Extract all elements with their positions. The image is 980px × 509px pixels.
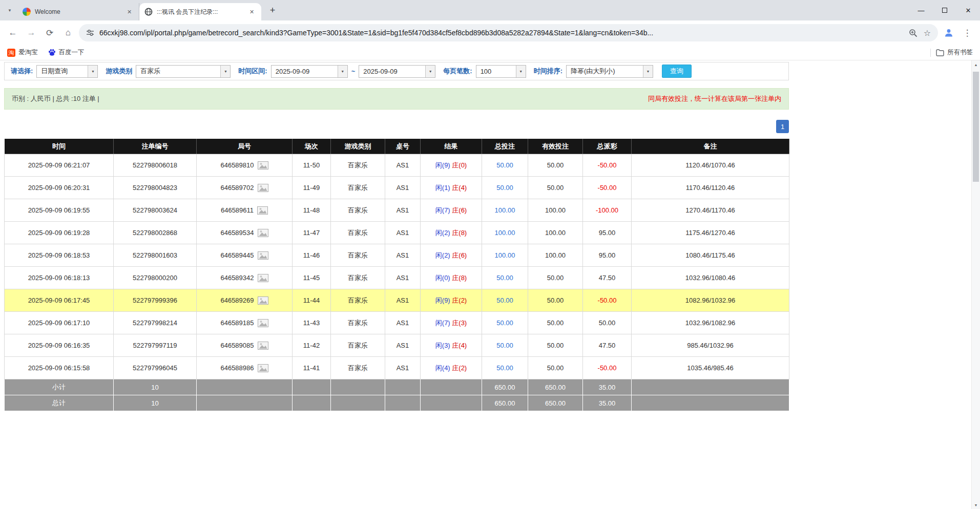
round-result-image-icon[interactable] bbox=[258, 161, 268, 169]
column-header: 总投注 bbox=[482, 139, 528, 154]
round-number: 646589702 bbox=[220, 184, 254, 192]
cell-payout: -50.00 bbox=[583, 177, 632, 199]
cell-total-bet[interactable]: 100.00 bbox=[482, 199, 528, 222]
all-bookmarks-button[interactable]: 所有书签 bbox=[936, 48, 973, 57]
footer-cell: 小计 bbox=[5, 379, 114, 395]
cell-bet-id: 522798003624 bbox=[114, 199, 197, 222]
address-bar[interactable]: 66cxkj98.com/ipl/portal.php/game/betreco… bbox=[79, 24, 938, 41]
cell-table-no: AS1 bbox=[385, 267, 421, 289]
cell-total-bet[interactable]: 100.00 bbox=[482, 244, 528, 267]
table-row[interactable]: 2025-09-09 06:21:07522798006018646589810… bbox=[5, 154, 789, 177]
round-result-image-icon[interactable] bbox=[258, 274, 268, 282]
round-result-image-icon[interactable] bbox=[258, 342, 268, 350]
tab-close-icon[interactable]: ✕ bbox=[125, 8, 134, 16]
tab-search-chevron-icon[interactable]: ▼ bbox=[3, 4, 16, 17]
time-range-label: 时间区间: bbox=[238, 67, 267, 76]
table-row[interactable]: 2025-09-09 06:19:55522798003624646589611… bbox=[5, 199, 789, 222]
page-1-button[interactable]: 1 bbox=[776, 120, 789, 133]
cell-session: 11-44 bbox=[293, 289, 331, 312]
vertical-scrollbar[interactable]: ▲ ▼ bbox=[971, 60, 980, 509]
chevron-down-icon: ▼ bbox=[88, 66, 97, 77]
per-page-select[interactable]: 100 ▼ bbox=[476, 65, 526, 78]
tab-bet-records[interactable]: :::视讯 会员下注纪录::: ✕ bbox=[139, 3, 261, 20]
round-result-image-icon[interactable] bbox=[258, 184, 268, 192]
table-row[interactable]: 2025-09-09 06:15:58522797996045646588986… bbox=[5, 357, 789, 379]
date-to-select[interactable]: 2025-09-09 ▼ bbox=[359, 65, 435, 78]
table-row[interactable]: 2025-09-09 06:17:45522797999396646589269… bbox=[5, 289, 789, 312]
cell-payout: 47.50 bbox=[583, 267, 632, 289]
table-row[interactable]: 2025-09-09 06:18:53522798001603646589445… bbox=[5, 244, 789, 267]
table-row[interactable]: 2025-09-09 06:18:13522798000200646589342… bbox=[5, 267, 789, 289]
cell-total-bet[interactable]: 50.00 bbox=[482, 334, 528, 357]
cell-bet-id: 522798000200 bbox=[114, 267, 197, 289]
profile-icon[interactable] bbox=[941, 25, 956, 40]
cell-valid-bet: 50.00 bbox=[528, 289, 583, 312]
cell-game-type: 百家乐 bbox=[331, 177, 385, 199]
chevron-down-icon: ▼ bbox=[338, 66, 347, 77]
result-banker: 庄(0) bbox=[452, 161, 467, 169]
cell-result: 闲(7) 庄(6) bbox=[421, 199, 482, 222]
result-banker: 庄(3) bbox=[452, 319, 467, 327]
cell-note: 1035.46/985.46 bbox=[632, 357, 789, 379]
cell-result: 闲(2) 庄(8) bbox=[421, 222, 482, 244]
bookmark-star-icon[interactable]: ☆ bbox=[924, 28, 931, 38]
search-button[interactable]: 查询 bbox=[662, 65, 692, 78]
home-icon[interactable]: ⌂ bbox=[60, 25, 76, 40]
cell-total-bet[interactable]: 50.00 bbox=[482, 267, 528, 289]
taobao-favicon-icon: 淘 bbox=[7, 49, 15, 57]
scroll-down-icon[interactable]: ▼ bbox=[972, 501, 980, 509]
scrollbar-thumb[interactable] bbox=[973, 72, 979, 182]
cell-valid-bet: 100.00 bbox=[528, 199, 583, 222]
bookmark-baidu[interactable]: 百度一下 bbox=[48, 48, 85, 57]
cell-total-bet[interactable]: 50.00 bbox=[482, 154, 528, 177]
round-result-image-icon[interactable] bbox=[258, 229, 268, 237]
minimize-button[interactable]: — bbox=[909, 0, 933, 20]
cell-note: 1080.46/1175.46 bbox=[632, 244, 789, 267]
result-player: 闲(9) bbox=[435, 296, 450, 304]
cell-total-bet[interactable]: 50.00 bbox=[482, 357, 528, 379]
time-sort-select[interactable]: 降幂(由大到小) ▼ bbox=[566, 65, 653, 78]
round-result-image-icon[interactable] bbox=[258, 296, 268, 305]
round-result-image-icon[interactable] bbox=[257, 206, 268, 215]
tab-welcome[interactable]: Welcome ✕ bbox=[17, 3, 139, 20]
scroll-up-icon[interactable]: ▲ bbox=[972, 60, 980, 69]
maximize-button[interactable] bbox=[933, 0, 956, 20]
site-settings-icon[interactable] bbox=[86, 29, 94, 37]
column-header: 有效投注 bbox=[528, 139, 583, 154]
close-button[interactable]: ✕ bbox=[956, 0, 980, 20]
cell-note: 1032.96/1080.46 bbox=[632, 267, 789, 289]
cell-total-bet[interactable]: 100.00 bbox=[482, 222, 528, 244]
url-text[interactable]: 66cxkj98.com/ipl/portal.php/game/betreco… bbox=[99, 29, 904, 37]
cell-game-type: 百家乐 bbox=[331, 154, 385, 177]
cell-total-bet[interactable]: 50.00 bbox=[482, 177, 528, 199]
query-type-select[interactable]: 日期查询 ▼ bbox=[36, 65, 98, 78]
refresh-icon[interactable]: ⟳ bbox=[42, 25, 57, 40]
table-row[interactable]: 2025-09-09 06:20:31522798004823646589702… bbox=[5, 177, 789, 199]
round-result-image-icon[interactable] bbox=[258, 319, 268, 327]
table-row[interactable]: 2025-09-09 06:19:28522798002868646589534… bbox=[5, 222, 789, 244]
column-header: 桌号 bbox=[385, 139, 421, 154]
cell-result: 闲(3) 庄(4) bbox=[421, 334, 482, 357]
table-row[interactable]: 2025-09-09 06:16:35522797997119646589085… bbox=[5, 334, 789, 357]
cell-total-bet[interactable]: 50.00 bbox=[482, 289, 528, 312]
bookmark-aitaobao[interactable]: 淘 爱淘宝 bbox=[7, 48, 38, 57]
round-result-image-icon[interactable] bbox=[258, 364, 268, 372]
table-row[interactable]: 2025-09-09 06:17:10522797998214646589185… bbox=[5, 312, 789, 334]
menu-dots-icon[interactable]: ⋮ bbox=[960, 25, 975, 40]
game-type-select[interactable]: 百家乐 ▼ bbox=[136, 65, 231, 78]
new-tab-button[interactable]: + bbox=[265, 3, 280, 17]
cell-round-id: 646589085 bbox=[197, 334, 293, 357]
per-page-label: 每页笔数: bbox=[443, 67, 472, 76]
back-icon[interactable]: ← bbox=[5, 25, 20, 40]
footer-cell bbox=[197, 395, 293, 411]
forward-icon[interactable]: → bbox=[24, 25, 39, 40]
zoom-icon[interactable] bbox=[909, 29, 918, 37]
footer-cell: 35.00 bbox=[583, 379, 632, 395]
footer-cell: 10 bbox=[114, 395, 197, 411]
cell-payout: 50.00 bbox=[583, 312, 632, 334]
cell-total-bet[interactable]: 50.00 bbox=[482, 312, 528, 334]
cell-session: 11-47 bbox=[293, 222, 331, 244]
round-result-image-icon[interactable] bbox=[258, 251, 268, 260]
date-from-select[interactable]: 2025-09-09 ▼ bbox=[271, 65, 348, 78]
tab-close-icon[interactable]: ✕ bbox=[247, 8, 256, 16]
